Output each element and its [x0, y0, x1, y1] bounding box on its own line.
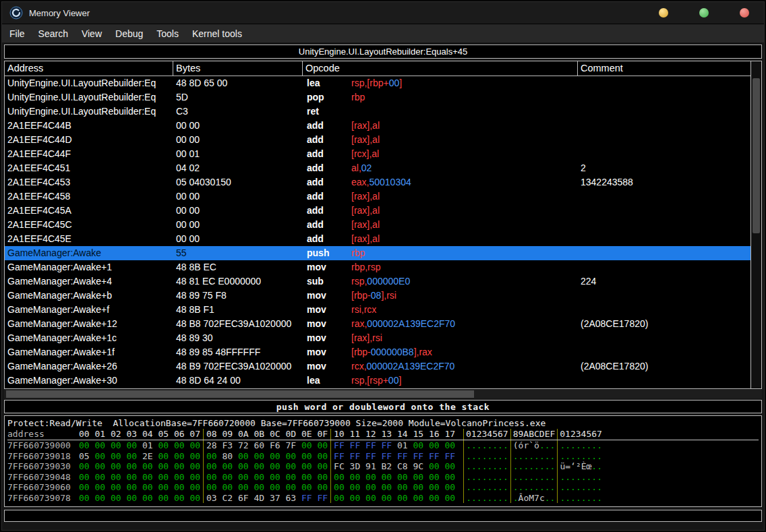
opcode-mnemonic: ret [307, 105, 351, 119]
horizontal-scrollbar-thumb[interactable] [6, 390, 474, 398]
menu-item-tools[interactable]: Tools [150, 26, 185, 42]
close-button[interactable] [740, 8, 749, 18]
hex-byte: 00 [350, 472, 361, 482]
hex-byte: F3 [223, 440, 233, 450]
hex-byte: FF [301, 493, 312, 503]
instruction-address: 2A1EEF4C44D [5, 133, 173, 147]
disasm-row[interactable]: GameManager:Awake+1248 B8 702FEC39A10200… [5, 317, 750, 331]
hex-row[interactable]: 7FF66073903000 00 00 00 00 00 00 0000 00… [7, 461, 759, 472]
instruction-opcode: poprbp [303, 90, 578, 105]
hex-ascii-group: ü=‘²Èœ.. [557, 461, 604, 472]
opcode-mnemonic: add [307, 204, 351, 218]
horizontal-scrollbar[interactable] [4, 390, 762, 398]
hex-byte-group: 03 C2 6F 4D 37 63 FF FF [203, 493, 330, 504]
hex-byte: 00 [397, 493, 408, 503]
disasm-row[interactable]: 2A1EEF4C45305 04030150addeax,50010304134… [5, 175, 750, 189]
disasm-row[interactable]: GameManager:Awake+2648 B9 702FEC39A10200… [5, 359, 750, 374]
disasm-row[interactable]: 2A1EEF4C45800 00add[rax],al [5, 189, 750, 204]
maximize-button[interactable] [699, 8, 709, 18]
hex-byte: FF [382, 440, 392, 450]
disasm-row[interactable]: 2A1EEF4C45E00 00add[rax],al [5, 232, 750, 246]
instruction-opcode: subrsp,000000E0 [303, 274, 578, 289]
vertical-scrollbar-thumb[interactable] [753, 78, 760, 233]
disasm-row[interactable]: GameManager:Awake+1c48 89 30mov[rax],rsi [5, 331, 750, 345]
opcode-mnemonic: lea [307, 76, 351, 90]
disasm-row[interactable]: UnityEngine.UI.LayoutRebuilder:Eq5Dpoprb… [5, 90, 750, 105]
disasm-row[interactable]: GameManager:Awake+f48 8B F1movrsi,rcx [5, 303, 750, 317]
hex-byte: 60 [254, 440, 265, 450]
hex-byte: 4D [254, 493, 265, 503]
disasm-row[interactable]: 2A1EEF4C45A00 00add[rax],al [5, 204, 750, 218]
hex-byte: 00 [206, 451, 217, 461]
app-icon [9, 6, 23, 20]
instruction-address: GameManager:Awake+b [5, 289, 173, 303]
opcode-mnemonic: add [307, 189, 351, 204]
instruction-comment [578, 303, 750, 317]
menu-item-debug[interactable]: Debug [109, 26, 150, 42]
disasm-row[interactable]: GameManager:Awake+448 81 EC E0000000subr… [5, 274, 750, 289]
hex-byte: 00 [270, 482, 281, 492]
opcode-operand: [rbp- [351, 347, 371, 357]
hex-byte: 00 [111, 472, 121, 482]
disasm-row[interactable]: 2A1EEF4C45104 02addal,022 [5, 161, 750, 175]
hex-byte: 6F [238, 493, 249, 503]
instruction-bytes: 48 81 EC E0000000 [173, 274, 303, 289]
disasm-row[interactable]: 2A1EEF4C44F00 01add[rcx],al [5, 147, 750, 161]
hex-byte-group: 00 00 00 00 00 00 00 00 [330, 472, 458, 483]
hex-byte: 00 [413, 493, 424, 503]
hex-byte-group: 00 00 00 00 00 00 00 00 [203, 482, 330, 493]
instruction-bytes: 48 8D 64 24 00 [173, 374, 303, 388]
hex-byte: 9C [413, 461, 424, 471]
disasm-row[interactable]: UnityEngine.UI.LayoutRebuilder:Eq48 8D 6… [5, 76, 750, 90]
hex-ascii-group: ........ [510, 461, 558, 472]
hex-byte: 00 [174, 451, 185, 461]
hex-byte: 00 [189, 461, 200, 471]
opcode-operand: rbp [351, 247, 365, 258]
hex-byte: 00 [79, 440, 90, 450]
menu-item-search[interactable]: Search [32, 26, 75, 42]
hex-row[interactable]: 7FF66073900000 00 00 00 01 00 00 0028 F3… [7, 440, 759, 451]
hex-byte: C8 [397, 461, 408, 471]
disasm-row[interactable]: UnityEngine.UI.LayoutRebuilder:EqC3ret [5, 105, 750, 119]
hex-byte: 00 [223, 482, 233, 492]
hex-byte-group: 00 00 00 00 00 00 00 00 [203, 461, 330, 472]
hex-byte-group: FF FF FF FF 01 00 00 00 [330, 440, 458, 451]
hex-row[interactable]: 7FF66073901805 00 00 00 2E 00 00 0000 80… [7, 451, 759, 462]
hex-byte: 00 [365, 482, 376, 492]
menu-item-file[interactable]: File [3, 26, 32, 42]
hex-byte-group: 00 00 00 00 00 00 00 00 [330, 493, 458, 504]
vertical-scrollbar[interactable] [750, 61, 761, 388]
disasm-row[interactable]: 2A1EEF4C44D00 00add[rax],al [5, 133, 750, 147]
hex-byte: FF [444, 451, 455, 461]
hex-byte: 3D [350, 461, 361, 471]
disasm-row[interactable]: GameManager:Awake+3048 8D 64 24 00learsp… [5, 374, 750, 388]
hex-byte: 00 [444, 440, 455, 450]
disasm-row[interactable]: 2A1EEF4C45C00 00add[rax],al [5, 218, 750, 232]
disasm-row[interactable]: 2A1EEF4C44B00 00add[rax],al [5, 119, 750, 133]
disasm-row[interactable]: GameManager:Awake+148 8B ECmovrbp,rsp [5, 260, 750, 274]
hex-byte-group: FF FF FF FF FF FF FF FF [330, 451, 458, 462]
hex-byte: 00 [142, 493, 153, 503]
hex-row[interactable]: 7FF66073907800 00 00 00 00 00 00 0003 C2… [7, 493, 759, 504]
hex-ascii-group: ........ [557, 472, 604, 483]
menu-item-view[interactable]: View [75, 26, 109, 42]
minimize-button[interactable] [659, 8, 668, 18]
bottom-status-bar [4, 510, 762, 522]
disasm-row[interactable]: GameManager:Awake+b48 89 75 F8mov[rbp-08… [5, 289, 750, 303]
hex-byte: 00 [206, 472, 217, 482]
hex-row[interactable]: 7FF66073906000 00 00 00 00 00 00 0000 00… [7, 482, 759, 493]
disasm-row-selected[interactable]: GameManager:Awake55pushrbp [5, 246, 750, 260]
hex-byte: 00 [238, 472, 249, 482]
menu-item-kernel-tools[interactable]: Kernel tools [185, 26, 249, 42]
instruction-opcode: mov[rax],rsi [303, 331, 578, 345]
hex-ascii-group: (ór`ö... [510, 440, 558, 451]
hex-row-address: 7FF660739048 [7, 472, 76, 483]
hex-row[interactable]: 7FF66073904800 00 00 00 00 00 00 0000 00… [7, 472, 759, 483]
hex-byte: 00 [317, 451, 328, 461]
hex-byte: 91 [365, 461, 376, 471]
hex-byte: 00 [317, 461, 328, 471]
disasm-row[interactable]: GameManager:Awake+1f48 89 85 48FFFFFFmov… [5, 345, 750, 359]
hex-byte: 00 [285, 461, 296, 471]
instruction-comment: (2A08CE17820) [578, 359, 750, 374]
hex-byte: 00 [94, 461, 105, 471]
